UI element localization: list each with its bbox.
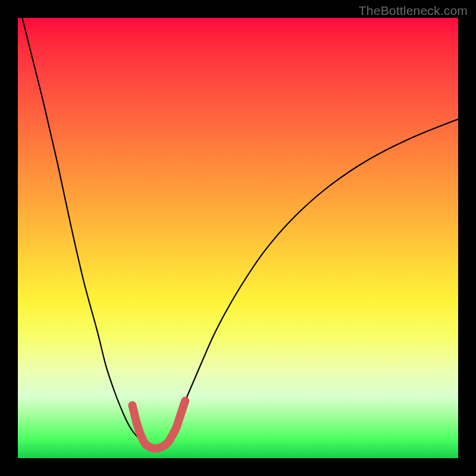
chart-svg — [18, 18, 458, 458]
trough-highlight — [132, 401, 185, 449]
chart-plot-area — [18, 18, 458, 458]
bottleneck-curve-right — [168, 119, 458, 440]
bottleneck-curve-left — [22, 18, 143, 440]
watermark-text: TheBottleneck.com — [359, 4, 468, 18]
